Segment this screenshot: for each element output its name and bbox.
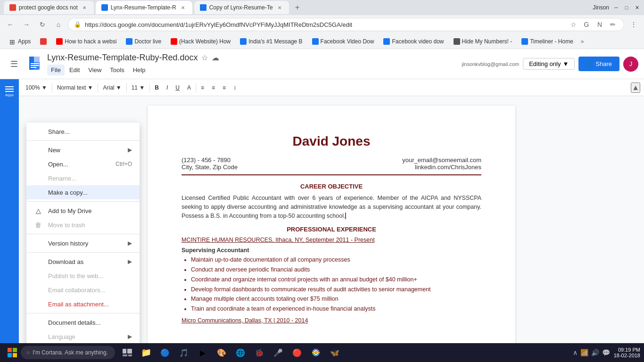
- toolbar-collapse-button[interactable]: ▲: [631, 82, 640, 93]
- file-menu-rename: Rename...: [26, 171, 140, 185]
- sidebar-hamburger[interactable]: Apps: [1, 83, 18, 100]
- task-view-button[interactable]: [119, 344, 136, 361]
- line-spacing-button[interactable]: ↕: [231, 83, 239, 92]
- experience-title: PROFESSIONAL EXPERIENCE: [182, 226, 481, 233]
- close-button[interactable]: ✕: [634, 4, 640, 11]
- taskbar-app5[interactable]: 🌐: [232, 344, 249, 361]
- text-color-button[interactable]: A: [184, 83, 194, 92]
- file-menu-publishtoweb: Publish to the web...: [26, 269, 140, 283]
- bookmark-pdf-icon[interactable]: [36, 37, 50, 46]
- file-menu-downloadas[interactable]: Download as ▶: [26, 255, 140, 269]
- bookmark-yt1[interactable]: How to hack a websi: [52, 37, 120, 46]
- app1-icon: 🔵: [160, 348, 170, 357]
- bookmark-timeliner[interactable]: Timeliner - Home: [518, 37, 577, 46]
- view-menu-item[interactable]: View: [84, 65, 105, 75]
- file-menu-docdetails[interactable]: Document details...: [26, 315, 140, 329]
- share-icon: 👤: [586, 60, 594, 67]
- taskbar-chrome[interactable]: [307, 344, 324, 361]
- reload-button[interactable]: ↻: [36, 18, 49, 31]
- align-left-button[interactable]: ≡: [198, 83, 207, 92]
- tab2-close[interactable]: ✕: [179, 4, 187, 11]
- bookmark-fb1[interactable]: Doctor live: [122, 37, 165, 46]
- taskbar-app8[interactable]: 🔴: [289, 344, 305, 361]
- resume-contact-right: your_email@someemail.com linkedin.com/Ch…: [402, 156, 481, 171]
- taskbar-app9[interactable]: 🦋: [326, 344, 343, 361]
- msg-favicon: [240, 38, 247, 45]
- google-account-icon[interactable]: G: [581, 19, 592, 30]
- window-user: Jinson: [593, 4, 609, 11]
- taskbar-app2[interactable]: 🎵: [175, 344, 192, 361]
- windows-start-button[interactable]: [4, 344, 21, 361]
- back-button[interactable]: ←: [4, 18, 17, 31]
- app3-icon: ▶: [200, 348, 206, 357]
- address-bar[interactable]: 🔒 https://docs.google.com/document/d/1uj…: [68, 18, 624, 31]
- file-menu-emailattachment[interactable]: Email as attachment...: [26, 297, 140, 311]
- file-menu-item[interactable]: File: [47, 65, 65, 75]
- italic-button[interactable]: I: [164, 83, 171, 92]
- bookmark-star-icon[interactable]: ☆: [568, 19, 578, 30]
- browser-tab-2[interactable]: Lynx-Resume-Template-R ✕: [96, 1, 192, 14]
- doc-title[interactable]: Lynx-Resume-Template-Ruby-Red.docx: [47, 53, 198, 63]
- user-avatar[interactable]: J: [623, 57, 638, 72]
- file-menu-share[interactable]: Share...: [26, 124, 140, 139]
- taskbar-file-explorer[interactable]: 📁: [138, 344, 155, 361]
- share-button[interactable]: 👤 Share: [578, 57, 619, 71]
- bookmark-hide[interactable]: Hide My Numbers! -: [450, 37, 516, 46]
- chrome-extension-icon2[interactable]: ✏: [608, 19, 618, 30]
- emailattach-menu-label: Email as attachment...: [48, 301, 132, 308]
- bookmark-fbvid2[interactable]: Facebook video dow: [380, 37, 447, 46]
- new-tab-button[interactable]: +: [291, 1, 304, 14]
- file-menu-versionhistory[interactable]: Version history ▶: [26, 236, 140, 250]
- chrome-extension-icon1[interactable]: N: [594, 19, 605, 30]
- forward-button[interactable]: →: [20, 18, 33, 31]
- taskbar-app1[interactable]: 🔵: [157, 344, 173, 361]
- cortana-search[interactable]: ○ I'm Cortana. Ask me anything.: [21, 346, 115, 359]
- help-menu-item[interactable]: Help: [129, 65, 149, 75]
- font-family-button[interactable]: Arial ▼: [100, 83, 124, 92]
- home-button[interactable]: ⌂: [52, 18, 65, 31]
- file-menu-addtodrive[interactable]: △ Add to My Drive: [26, 204, 140, 218]
- file-menu-makecopy[interactable]: Make a copy...: [26, 185, 140, 199]
- bookmark-fbvid1[interactable]: Facebook Video Dow: [308, 37, 378, 46]
- file-menu-open[interactable]: Open... Ctrl+O: [26, 157, 140, 171]
- bold-button[interactable]: B: [152, 83, 162, 92]
- bookmark-msg[interactable]: India's #1 Message B: [236, 37, 306, 46]
- bookmarks-more-icon[interactable]: »: [581, 38, 584, 45]
- taskbar-app6[interactable]: 🐞: [251, 344, 268, 361]
- browser-tab-1[interactable]: protect google docs not ✕: [4, 1, 94, 14]
- resume-phone: (123) - 456 - 7890: [182, 156, 238, 164]
- taskbar-right: ∧ 📶 🔊 💬 09:19 PM 18-02-2018: [573, 347, 640, 358]
- editing-mode-button[interactable]: Editing only ▼: [523, 58, 575, 70]
- app4-icon: 🎨: [217, 348, 226, 357]
- star-icon[interactable]: ☆: [201, 53, 208, 62]
- hamburger-icon[interactable]: ☰: [6, 56, 23, 73]
- minimize-button[interactable]: ─: [613, 4, 619, 11]
- bookmark-yt2[interactable]: (Hack Website) How: [167, 37, 234, 46]
- file-menu-new[interactable]: New ▶: [26, 143, 140, 157]
- taskbar-clock[interactable]: 09:19 PM 18-02-2018: [614, 347, 640, 358]
- taskbar-expand-icon[interactable]: ∧: [573, 349, 578, 356]
- tab1-close[interactable]: ✕: [81, 4, 88, 11]
- tab3-close[interactable]: ✕: [276, 4, 283, 11]
- taskbar-app4[interactable]: 🎨: [213, 344, 230, 361]
- fbvid1-favicon: [312, 38, 319, 45]
- cloud-icon[interactable]: ☁: [212, 53, 219, 62]
- zoom-button[interactable]: 100% ▼: [23, 83, 50, 92]
- taskbar-volume-icon[interactable]: 🔊: [591, 349, 599, 356]
- taskbar-notifications-icon[interactable]: 💬: [602, 349, 610, 356]
- bookmarks-apps[interactable]: ⊞ Apps: [6, 37, 34, 46]
- browser-tab-3[interactable]: Copy of Lynx-Resume-Te ✕: [194, 1, 289, 14]
- taskbar-app7[interactable]: 🎤: [270, 344, 287, 361]
- maximize-button[interactable]: □: [623, 4, 630, 11]
- font-size-button[interactable]: 11 ▼: [129, 83, 148, 92]
- edit-menu-item[interactable]: Edit: [66, 65, 83, 75]
- chrome-menu-button[interactable]: ⋮: [627, 18, 640, 31]
- taskbar-app3[interactable]: ▶: [194, 344, 211, 361]
- apps-sidebar-label: Apps: [5, 93, 14, 97]
- text-style-button[interactable]: Normal text ▼: [54, 83, 96, 92]
- taskbar-network-icon[interactable]: 📶: [580, 349, 588, 356]
- underline-button[interactable]: U: [173, 83, 182, 92]
- align-right-button[interactable]: ≡: [220, 83, 229, 92]
- tools-menu-item[interactable]: Tools: [106, 65, 128, 75]
- align-center-button[interactable]: ≡: [209, 83, 218, 92]
